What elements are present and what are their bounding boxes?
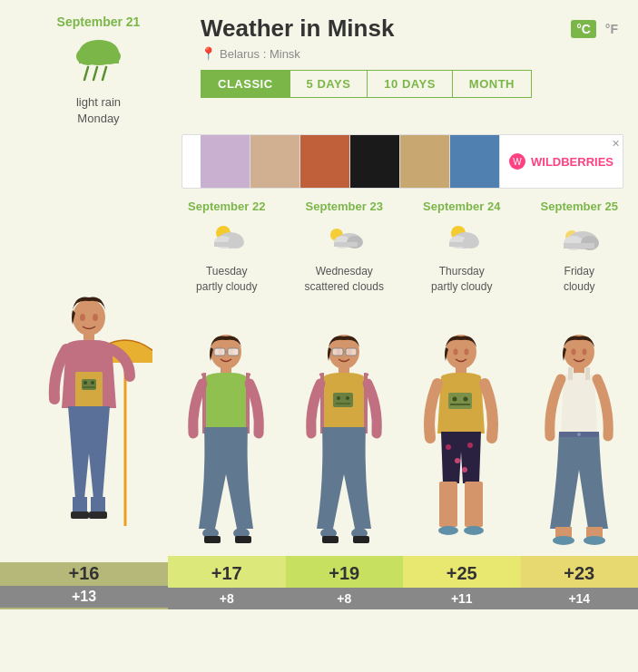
day-col-sep24: September 24 Thursday partly cloudy xyxy=(403,200,521,609)
tabs-row: CLASSIC 5 DAYS 10 DAYS MONTH xyxy=(201,70,623,98)
today-temp-bar: +16 +13 xyxy=(0,562,168,609)
svg-rect-84 xyxy=(564,243,594,248)
weather-desc-sep23: Wednesday scattered clouds xyxy=(305,264,384,295)
day-date-sep22: September 22 xyxy=(188,200,265,215)
svg-rect-63 xyxy=(449,242,475,247)
svg-point-73 xyxy=(455,458,460,463)
svg-point-66 xyxy=(465,348,469,355)
svg-point-13 xyxy=(93,314,98,321)
svg-rect-3 xyxy=(79,56,119,63)
weather-icon-sep23 xyxy=(322,220,366,258)
ad-images xyxy=(201,135,500,188)
figure-sep23 xyxy=(286,302,404,556)
today-figure-area xyxy=(0,200,168,561)
svg-rect-32 xyxy=(228,348,239,355)
svg-point-79 xyxy=(464,526,484,535)
ad-image-5 xyxy=(400,135,450,189)
svg-point-11 xyxy=(73,299,105,336)
svg-rect-22 xyxy=(89,511,107,519)
ad-image-1 xyxy=(201,135,250,189)
ad-image-6 xyxy=(450,135,500,189)
svg-rect-77 xyxy=(465,482,483,527)
today-panel: September 21 .rc{fill:#7ab648;}.rb{fill:… xyxy=(15,15,182,127)
ad-image-4 xyxy=(350,135,400,189)
days-columns: September 22 Tuesday partly cloudy xyxy=(168,200,638,609)
ad-image-2 xyxy=(250,135,300,189)
day-col-sep25: September 25 Friday cloudy xyxy=(521,200,639,609)
svg-line-6 xyxy=(103,67,106,80)
svg-point-72 xyxy=(446,444,451,450)
figure-sep24 xyxy=(403,302,521,556)
weather-icon-sep25 xyxy=(557,220,601,258)
ad-close-button[interactable]: ✕ xyxy=(612,138,620,150)
weather-icon-sep24 xyxy=(440,220,484,258)
main-forecast-area: +16 +13 September 22 xyxy=(0,200,638,609)
location-pin-icon: 📍 xyxy=(201,46,216,61)
temp-bar-sep22: +17 +8 xyxy=(168,556,286,609)
svg-point-78 xyxy=(438,526,458,535)
svg-point-52 xyxy=(337,396,340,400)
today-description: light rain Monday xyxy=(76,94,121,127)
header: September 21 .rc{fill:#7ab648;}.rb{fill:… xyxy=(0,0,638,134)
svg-point-74 xyxy=(467,443,473,448)
temp-bar-sep25: +23 +14 xyxy=(521,556,639,609)
figure-svg-sep24 xyxy=(414,302,509,556)
svg-point-75 xyxy=(462,467,467,472)
figure-svg-sep22 xyxy=(179,302,274,556)
temp-high-sep25: +23 xyxy=(521,556,639,588)
svg-point-18 xyxy=(91,381,94,385)
tab-10days[interactable]: 10 DAYS xyxy=(368,70,453,98)
figure-sep25 xyxy=(521,302,639,556)
svg-rect-58 xyxy=(353,536,369,543)
temp-high-sep24: +25 xyxy=(403,556,521,588)
tab-month[interactable]: MONTH xyxy=(453,70,532,98)
svg-text:W: W xyxy=(513,157,522,167)
day-date-sep25: September 25 xyxy=(541,200,618,215)
weather-desc-sep22: Tuesday partly cloudy xyxy=(196,264,257,295)
svg-line-5 xyxy=(93,67,97,80)
svg-rect-16 xyxy=(82,379,96,390)
svg-point-53 xyxy=(346,396,349,400)
title-row: Weather in Minsk °C °F xyxy=(201,15,623,43)
svg-rect-43 xyxy=(334,242,358,247)
svg-rect-90 xyxy=(585,367,590,380)
svg-rect-21 xyxy=(91,497,105,513)
celsius-button[interactable]: °C xyxy=(571,20,596,38)
svg-point-12 xyxy=(80,314,85,321)
tab-5days[interactable]: 5 DAYS xyxy=(290,70,368,98)
location-text: Belarus : Minsk xyxy=(220,47,300,61)
svg-rect-19 xyxy=(73,497,87,513)
svg-point-92 xyxy=(577,433,581,436)
day-col-sep22: September 22 Tuesday partly cloudy xyxy=(168,200,286,609)
ad-logo: W WILDBERRIES xyxy=(500,153,623,170)
fahrenheit-button[interactable]: °F xyxy=(600,20,623,38)
svg-rect-68 xyxy=(448,393,472,409)
svg-point-65 xyxy=(454,348,458,355)
svg-point-95 xyxy=(553,536,574,545)
figure-svg-sep25 xyxy=(532,302,627,556)
day-date-sep23: September 23 xyxy=(306,200,383,215)
today-date: September 21 xyxy=(57,15,141,29)
right-header: Weather in Minsk °C °F 📍 Belarus : Minsk… xyxy=(201,15,623,107)
weather-desc-sep25: Friday cloudy xyxy=(564,264,595,295)
weather-desc-sep24: Thursday partly cloudy xyxy=(431,264,492,295)
svg-rect-51 xyxy=(333,393,353,407)
temp-low-sep24: +11 xyxy=(403,588,521,609)
today-weather-icon: .rc{fill:#7ab648;}.rb{fill:#5a9030;} xyxy=(72,34,126,89)
svg-rect-76 xyxy=(439,482,457,527)
svg-rect-48 xyxy=(346,348,357,355)
day-date-sep24: September 24 xyxy=(423,200,500,215)
temp-low-sep23: +8 xyxy=(286,588,404,609)
svg-rect-47 xyxy=(332,348,343,355)
svg-point-96 xyxy=(584,536,605,545)
temp-high-sep23: +19 xyxy=(286,556,404,588)
today-figure-svg xyxy=(25,254,152,562)
today-temp-low: +13 xyxy=(0,586,168,608)
wildberries-brand[interactable]: WILDBERRIES xyxy=(531,155,613,169)
tab-classic[interactable]: CLASSIC xyxy=(201,70,290,98)
today-temp-high: +16 xyxy=(69,563,100,584)
svg-rect-38 xyxy=(235,536,251,543)
today-column: +16 +13 xyxy=(0,200,168,609)
svg-point-69 xyxy=(453,396,457,401)
svg-rect-31 xyxy=(214,348,225,355)
